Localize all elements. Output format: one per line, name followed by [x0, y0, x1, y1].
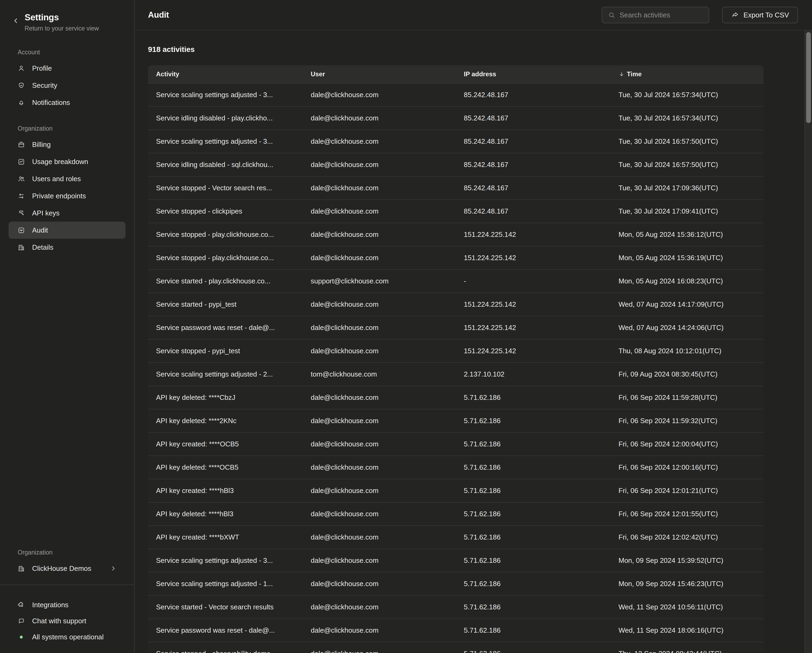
app-window: Settings Return to your service view Acc…	[0, 0, 812, 653]
cell-time: Mon, 09 Sep 2024 15:46:23(UTC)	[611, 580, 763, 588]
table-row[interactable]: Service stopped - clickpipesdale@clickho…	[148, 200, 763, 223]
table-row[interactable]: API key created: ****bXWTdale@clickhouse…	[148, 526, 763, 549]
audit-pulse-icon	[18, 227, 25, 234]
table-row[interactable]: Service scaling settings adjusted - 1...…	[148, 572, 763, 596]
sidebar-item-security[interactable]: Security	[9, 77, 125, 94]
table-row[interactable]: API key created: ****OCB5dale@clickhouse…	[148, 433, 763, 456]
sidebar-item-notifications[interactable]: Notifications	[9, 94, 125, 111]
sidebar-item-label: Audit	[32, 226, 116, 235]
sidebar-item-usage-breakdown[interactable]: Usage breakdown	[9, 153, 125, 170]
column-header-activity[interactable]: Activity	[148, 70, 303, 78]
cell-user: dale@clickhouse.com	[303, 137, 456, 146]
cell-activity: Service scaling settings adjusted - 2...	[148, 370, 303, 378]
sidebar-divider	[0, 584, 134, 585]
users-icon	[18, 175, 25, 183]
cell-user: dale@clickhouse.com	[303, 254, 456, 262]
table-row[interactable]: API key deleted: ****hBl3dale@clickhouse…	[148, 503, 763, 526]
column-header-label: User	[311, 70, 325, 78]
search-icon	[608, 12, 615, 19]
cell-ip: 85.242.48.167	[456, 184, 611, 192]
sidebar-item-label: Details	[32, 243, 116, 252]
cell-time: Fri, 06 Sep 2024 11:59:32(UTC)	[611, 417, 763, 425]
table-row[interactable]: Service password was reset - dale@...dal…	[148, 619, 763, 642]
footer-item-label: Integrations	[32, 601, 69, 609]
column-header-user[interactable]: User	[303, 70, 456, 78]
cell-activity: API key deleted: ****CbzJ	[148, 394, 303, 402]
cell-user: dale@clickhouse.com	[303, 184, 456, 192]
search-activities-input[interactable]: Search activities	[601, 7, 709, 23]
table-row[interactable]: Service scaling settings adjusted - 3...…	[148, 84, 763, 107]
table-row[interactable]: Service idling disabled - sql.clickhou..…	[148, 153, 763, 177]
column-header-ip-address[interactable]: IP address	[456, 70, 611, 78]
cell-user: dale@clickhouse.com	[303, 556, 456, 565]
table-row[interactable]: Service scaling settings adjusted - 2...…	[148, 363, 763, 386]
table-row[interactable]: Service scaling settings adjusted - 3...…	[148, 549, 763, 572]
chevron-left-icon	[12, 17, 20, 24]
sidebar-item-label: Billing	[32, 140, 116, 149]
cell-time: Wed, 07 Aug 2024 14:17:09(UTC)	[611, 300, 763, 308]
cell-time: Tue, 30 Jul 2024 17:09:41(UTC)	[611, 207, 763, 215]
footer-item-integrations[interactable]: Integrations	[9, 597, 125, 613]
arrow-down-icon	[618, 71, 625, 77]
table-row[interactable]: API key deleted: ****2KNcdale@clickhouse…	[148, 409, 763, 433]
vertical-scrollbar[interactable]	[804, 31, 812, 653]
puzzle-icon	[18, 601, 25, 609]
footer-item-all-systems-operational[interactable]: All systems operational	[9, 629, 125, 645]
table-row[interactable]: Service stopped - observability-demodale…	[148, 642, 763, 653]
cell-user: dale@clickhouse.com	[303, 347, 456, 355]
page-title: Audit	[148, 10, 601, 20]
table-row[interactable]: Service started - play.clickhouse.co...s…	[148, 270, 763, 293]
sidebar-item-api-keys[interactable]: API keys	[9, 204, 125, 221]
cell-activity: Service started - pypi_test	[148, 300, 303, 308]
sidebar-section-label-organization: Organization	[18, 125, 134, 132]
sidebar-item-users-and-roles[interactable]: Users and roles	[9, 170, 125, 187]
cell-ip: 5.71.62.186	[456, 487, 611, 495]
table-row[interactable]: Service stopped - play.clickhouse.co...d…	[148, 247, 763, 270]
sidebar-item-clickhouse-demos[interactable]: ClickHouse Demos	[9, 560, 125, 577]
sidebar-item-billing[interactable]: Billing	[9, 136, 125, 153]
cell-user: dale@clickhouse.com	[303, 417, 456, 425]
cell-ip: 5.71.62.186	[456, 533, 611, 542]
person-icon	[18, 65, 25, 72]
table-row[interactable]: Service scaling settings adjusted - 3...…	[148, 130, 763, 153]
cell-time: Tue, 30 Jul 2024 16:57:50(UTC)	[611, 137, 763, 146]
scrollbar-thumb[interactable]	[806, 32, 811, 123]
cell-activity: Service idling disabled - sql.clickhou..…	[148, 160, 303, 169]
building-icon	[18, 565, 25, 572]
cell-user: dale@clickhouse.com	[303, 580, 456, 588]
sidebar-item-label: Users and roles	[32, 175, 116, 183]
table-row[interactable]: API key deleted: ****CbzJdale@clickhouse…	[148, 386, 763, 409]
cell-activity: Service scaling settings adjusted - 3...	[148, 556, 303, 565]
cell-activity: API key created: ****OCB5	[148, 440, 303, 448]
chevron-right-icon	[110, 565, 116, 572]
cell-user: tom@clickhouse.com	[303, 370, 456, 378]
return-to-service-link[interactable]: Return to your service view	[24, 25, 99, 32]
cell-ip: 5.71.62.186	[456, 580, 611, 588]
cell-user: support@clickhouse.com	[303, 277, 456, 285]
table-row[interactable]: Service started - Vector search resultsd…	[148, 596, 763, 619]
sidebar-item-audit[interactable]: Audit	[9, 221, 125, 239]
table-row[interactable]: API key deleted: ****OCB5dale@clickhouse…	[148, 456, 763, 479]
table-row[interactable]: Service password was reset - dale@...dal…	[148, 316, 763, 340]
cell-activity: Service stopped - clickpipes	[148, 207, 303, 215]
organization-section-label: Organization	[18, 549, 134, 556]
table-row[interactable]: Service stopped - play.clickhouse.co...d…	[148, 223, 763, 247]
cell-user: dale@clickhouse.com	[303, 394, 456, 402]
table-row[interactable]: Service stopped - pypi_testdale@clickhou…	[148, 340, 763, 363]
column-header-time[interactable]: Time	[611, 70, 763, 78]
sidebar-item-details[interactable]: Details	[9, 239, 125, 256]
table-row[interactable]: Service started - pypi_testdale@clickhou…	[148, 293, 763, 316]
cell-time: Mon, 09 Sep 2024 15:39:52(UTC)	[611, 556, 763, 565]
footer-item-chat-with-support[interactable]: Chat with support	[9, 613, 125, 629]
table-row[interactable]: API key created: ****hBl3dale@clickhouse…	[148, 479, 763, 503]
cell-time: Mon, 05 Aug 2024 15:36:12(UTC)	[611, 230, 763, 239]
sidebar-item-private-endpoints[interactable]: Private endpoints	[9, 187, 125, 204]
export-to-csv-button[interactable]: Export To CSV	[722, 7, 798, 23]
cell-time: Tue, 30 Jul 2024 16:57:34(UTC)	[611, 114, 763, 122]
table-row[interactable]: Service stopped - Vector search res...da…	[148, 177, 763, 200]
back-button[interactable]	[11, 17, 20, 26]
sidebar-item-profile[interactable]: Profile	[9, 60, 125, 77]
sidebar-bottom: Organization ClickHouse Demos Integratio…	[0, 549, 134, 653]
cell-activity: Service scaling settings adjusted - 3...	[148, 91, 303, 99]
table-row[interactable]: Service idling disabled - play.clickho..…	[148, 107, 763, 130]
